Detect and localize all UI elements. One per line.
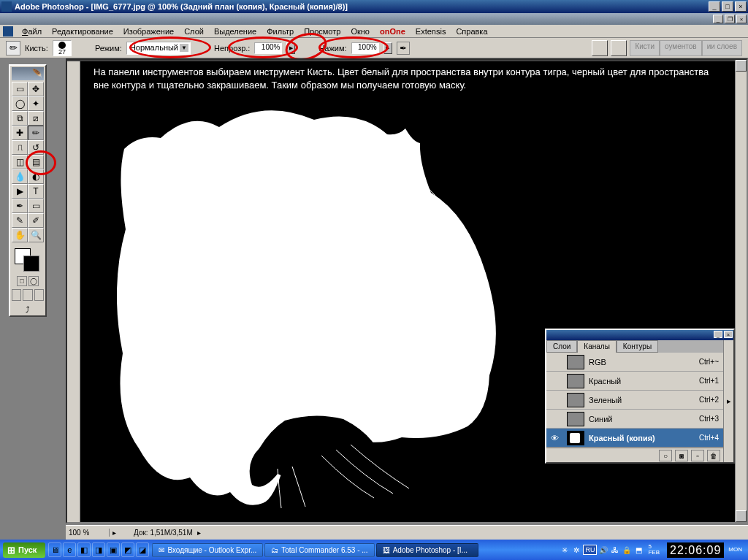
menu-file[interactable]: Файл bbox=[18, 26, 46, 37]
heal-tool[interactable]: ✚ bbox=[12, 126, 28, 140]
tab-paths[interactable]: Контуры bbox=[617, 340, 658, 353]
channel-row-selected[interactable]: 👁Красный (копия)Ctrl+4 bbox=[546, 429, 723, 448]
tray-icon[interactable]: ✳ bbox=[560, 545, 570, 555]
quickmask-on[interactable]: ◯ bbox=[28, 276, 39, 286]
tab-channels[interactable]: Каналы bbox=[577, 340, 617, 353]
delete-channel-button[interactable]: 🗑 bbox=[707, 450, 720, 461]
opacity-flyout[interactable]: ▶ bbox=[286, 42, 295, 54]
menu-help[interactable]: Справка bbox=[451, 26, 492, 37]
screenmode-full[interactable] bbox=[34, 289, 44, 301]
screenmode-full-menu[interactable] bbox=[23, 289, 32, 301]
ql-ie-icon[interactable]: e bbox=[63, 542, 76, 557]
close-button[interactable]: × bbox=[735, 1, 747, 12]
opacity-input[interactable]: 100% bbox=[254, 42, 282, 54]
new-channel-button[interactable]: ▫ bbox=[691, 450, 704, 461]
eraser-tool[interactable]: ◫ bbox=[12, 155, 28, 169]
menu-image[interactable]: Изображение bbox=[119, 26, 178, 37]
menu-extensis[interactable]: Extensis bbox=[411, 26, 451, 37]
ql-app-icon[interactable]: ◩ bbox=[121, 542, 134, 557]
ql-app-icon[interactable]: ◨ bbox=[92, 542, 105, 557]
visibility-icon[interactable]: 👁 bbox=[546, 434, 562, 442]
ql-app-icon[interactable]: ◧ bbox=[77, 542, 91, 557]
menu-filter[interactable]: Фильтр bbox=[262, 26, 298, 37]
maximize-button[interactable]: □ bbox=[722, 1, 733, 12]
palette-menu-button[interactable]: ▸ bbox=[723, 340, 733, 462]
doc-restore-button[interactable]: ❐ bbox=[725, 15, 735, 23]
language-indicator[interactable]: RU bbox=[583, 545, 597, 555]
jump-to-button[interactable]: ⤴ bbox=[12, 305, 44, 314]
color-swatch[interactable] bbox=[12, 247, 44, 272]
tab-layers[interactable]: Слои bbox=[546, 340, 577, 353]
zoom-arrow-icon[interactable]: ▸ bbox=[110, 529, 119, 537]
ql-app-icon[interactable]: ◪ bbox=[136, 542, 149, 557]
menu-onone[interactable]: onOne bbox=[375, 26, 410, 37]
tool-preset-icon[interactable] bbox=[6, 41, 20, 55]
menu-layer[interactable]: Слой bbox=[180, 26, 208, 37]
task-button-active[interactable]: 🖼 Adobe Photoshop - [I... bbox=[376, 543, 478, 557]
shape-tool[interactable]: ▭ bbox=[28, 199, 44, 213]
mode-dropdown[interactable]: Нормальный bbox=[126, 42, 191, 55]
palette-well-button-2[interactable] bbox=[611, 40, 627, 56]
scrollbar-vertical[interactable] bbox=[735, 60, 747, 522]
menu-view[interactable]: Просмотр bbox=[299, 26, 345, 37]
wand-tool[interactable]: ✦ bbox=[28, 96, 44, 111]
tray-clock[interactable]: 22:06:09 bbox=[667, 542, 724, 558]
doc-close-button[interactable]: × bbox=[736, 15, 747, 23]
stamp-tool[interactable]: ⎍ bbox=[12, 140, 28, 155]
hand-tool[interactable]: ✋ bbox=[12, 228, 28, 242]
gradient-tool[interactable]: ▤ bbox=[28, 155, 44, 169]
brush-tool[interactable]: ✏ bbox=[28, 126, 44, 140]
palette-titlebar[interactable]: _ × bbox=[546, 330, 733, 340]
status-flyout-icon[interactable]: ▸ bbox=[193, 529, 205, 537]
history-brush-tool[interactable]: ↺ bbox=[28, 140, 44, 155]
menu-window[interactable]: Окно bbox=[346, 26, 374, 37]
airbrush-toggle[interactable] bbox=[397, 42, 410, 55]
background-color[interactable] bbox=[23, 256, 39, 272]
move-tool[interactable]: ✥ bbox=[28, 82, 44, 96]
dodge-tool[interactable]: ◐ bbox=[28, 169, 44, 184]
tray-icon[interactable]: ✲ bbox=[571, 545, 581, 555]
tray-icon[interactable]: 🔒 bbox=[622, 545, 632, 555]
load-selection-button[interactable]: ○ bbox=[659, 450, 672, 461]
palette-well-button-1[interactable] bbox=[592, 40, 608, 56]
menu-edit[interactable]: Редактирование bbox=[47, 26, 118, 37]
type-tool[interactable]: T bbox=[28, 184, 44, 199]
path-select-tool[interactable]: ▶ bbox=[12, 184, 28, 199]
tray-icon[interactable]: 🖧 bbox=[610, 545, 620, 555]
lasso-tool[interactable]: ◯ bbox=[12, 96, 28, 111]
slice-tool[interactable]: ⧄ bbox=[28, 111, 44, 126]
tray-icon[interactable]: 🔊 bbox=[598, 545, 608, 555]
channel-row[interactable]: ЗеленыйCtrl+2 bbox=[546, 391, 723, 410]
channel-row[interactable]: RGBCtrl+~ bbox=[546, 353, 723, 372]
screenmode-standard[interactable] bbox=[12, 289, 21, 301]
flow-input[interactable]: 100% bbox=[351, 42, 379, 54]
channel-row[interactable]: СинийCtrl+3 bbox=[546, 410, 723, 429]
ql-desktop-icon[interactable]: 🖥 bbox=[48, 542, 61, 557]
palette-minimize-button[interactable]: _ bbox=[714, 331, 722, 338]
menu-select[interactable]: Выделение bbox=[210, 26, 261, 37]
pen-tool[interactable]: ✒ bbox=[12, 199, 28, 213]
marquee-tool[interactable]: ▭ bbox=[12, 82, 28, 96]
flow-flyout[interactable]: ▶ bbox=[383, 42, 392, 54]
crop-tool[interactable]: ⧉ bbox=[12, 111, 28, 126]
doc-minimize-button[interactable]: _ bbox=[713, 15, 723, 23]
tray-icon[interactable]: ⬒ bbox=[633, 545, 644, 555]
save-selection-button[interactable]: ◙ bbox=[675, 450, 688, 461]
eyedropper-tool[interactable]: ✐ bbox=[28, 213, 44, 228]
zoom-field[interactable]: 100 % bbox=[66, 529, 110, 537]
palette-tab-presets[interactable]: оументов bbox=[660, 40, 702, 56]
channel-row[interactable]: КрасныйCtrl+1 bbox=[546, 372, 723, 391]
notes-tool[interactable]: ✎ bbox=[12, 213, 28, 228]
ql-app-icon[interactable]: ▣ bbox=[107, 542, 120, 557]
quickmask-off[interactable]: □ bbox=[17, 276, 27, 286]
minimize-button[interactable]: _ bbox=[709, 1, 720, 12]
task-button[interactable]: ✉ Входящие - Outlook Expr... bbox=[152, 543, 263, 557]
palette-tab-comps[interactable]: ии слоев bbox=[702, 40, 742, 56]
palette-tab-brushes[interactable]: Кисти bbox=[630, 40, 660, 56]
zoom-tool[interactable]: 🔍 bbox=[28, 228, 44, 242]
start-button[interactable]: Пуск bbox=[3, 542, 45, 558]
blur-tool[interactable]: 💧 bbox=[12, 169, 28, 184]
brush-picker[interactable]: 27 bbox=[53, 40, 72, 56]
task-button[interactable]: 🗂 Total Commander 6.53 - ... bbox=[264, 543, 374, 557]
palette-close-button[interactable]: × bbox=[724, 331, 733, 338]
